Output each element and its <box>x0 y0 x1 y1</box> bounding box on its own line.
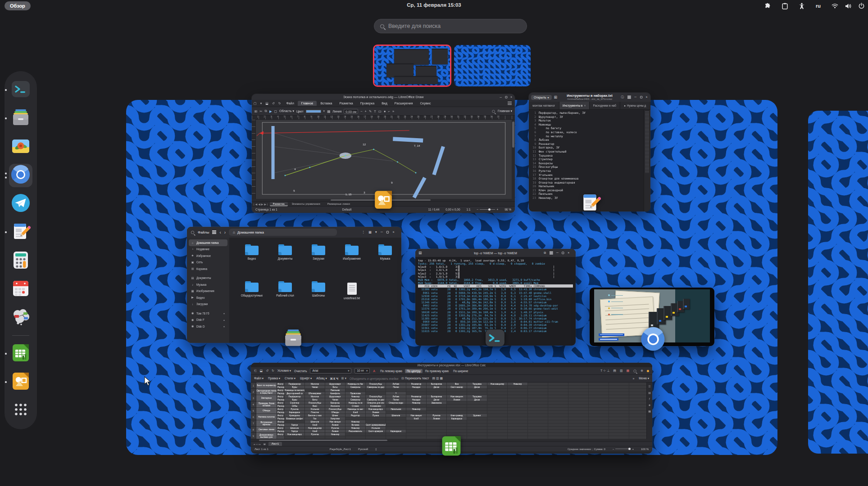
dock-item-calendar[interactable] <box>10 279 32 300</box>
draw-vertical-scrollbar[interactable] <box>512 120 515 199</box>
draw-menu-tab-Сервис[interactable]: Сервис <box>417 101 435 106</box>
status-area[interactable]: ru <box>764 0 864 12</box>
draw-menu-tab-Расширения[interactable]: Расширения <box>391 101 417 106</box>
find-icon[interactable] <box>633 369 636 372</box>
spreadsheet-row[interactable]: 7Встроенные карнизыИнструментШпателиНож … <box>251 420 646 427</box>
files-app-badge[interactable] <box>283 328 304 350</box>
dock-item-app-grid[interactable] <box>10 400 32 421</box>
new-icon[interactable]: ▢ <box>252 102 259 105</box>
font-color-icon[interactable]: А <box>373 369 375 373</box>
editor-window-controls[interactable]: ⓘ─× <box>618 96 650 99</box>
calc-app-badge[interactable] <box>440 435 463 459</box>
draw-layer-tab[interactable]: Разметка <box>270 202 288 206</box>
clipboard-icon[interactable] <box>782 3 788 9</box>
overview-button[interactable]: Обзор <box>5 1 31 10</box>
files-item-folder[interactable]: Общедоступные <box>236 283 268 297</box>
back-button[interactable]: ‹ <box>219 230 221 235</box>
edit-icon[interactable]: ✎ <box>369 109 372 113</box>
zoom-icon[interactable] <box>492 110 495 112</box>
more-icon[interactable]: » <box>392 109 394 113</box>
draw-window-controls[interactable]: ─× <box>497 95 515 98</box>
calc-zoom-percent[interactable]: 100 % <box>641 448 649 450</box>
editor-tab[interactable]: монтаж натяжног <box>529 102 559 109</box>
ellipse-icon[interactable]: ● <box>384 109 386 113</box>
zoom-slider[interactable]: −+ <box>477 208 499 211</box>
align-button[interactable]: По правому краю <box>423 369 450 373</box>
window-files[interactable]: Файлы ‹ › ⌂Домашняя папка ⋮▦▾─× ⌂Домашня… <box>187 227 401 343</box>
bold-italic-underline[interactable]: Ж К Ч <box>330 377 338 380</box>
draw-layer-tab[interactable]: Размерные линии <box>324 202 353 206</box>
spreadsheet-row[interactable]: 8Световые линииИнстрШпателиНож канцелярР… <box>251 427 646 433</box>
paste-icon[interactable]: ⊞ <box>254 109 257 113</box>
shape-icon[interactable]: ▭ <box>378 109 382 113</box>
undo-icon[interactable]: ↺ <box>270 102 277 105</box>
files-sidebar-item[interactable]: ▶Видео <box>189 294 227 301</box>
undo-icon[interactable]: ↺ <box>266 369 268 373</box>
conditions-dropdown[interactable]: Условия ▾ <box>277 369 291 373</box>
draw-menu-tab-Разметка[interactable]: Разметка <box>336 101 357 106</box>
text-editor-app-badge[interactable] <box>580 192 601 215</box>
save-icon[interactable]: ⬓ <box>260 369 263 373</box>
calc-zoom-slider[interactable]: −+ <box>613 448 634 450</box>
connector-icon[interactable]: ⌐ <box>388 109 390 113</box>
wrap-text-button[interactable]: ⊟ Переносить текст <box>401 377 429 380</box>
decrease-icon[interactable]: − <box>360 109 362 113</box>
select-icon[interactable]: ◻ <box>274 109 277 113</box>
chromium-app-badge[interactable] <box>641 327 666 354</box>
open-document-button[interactable]: Открыть▾ <box>531 95 552 100</box>
dock-item-text-editor[interactable] <box>10 221 32 243</box>
workspace-thumbnail-active[interactable] <box>373 45 451 87</box>
files-sidebar-item[interactable]: ↓Загрузки <box>189 301 227 308</box>
insert-col-icon[interactable]: ▥ <box>620 369 623 373</box>
editor-tab[interactable]: Расходники в наб <box>590 102 620 109</box>
eject-icon[interactable]: ▲ <box>223 312 225 315</box>
spreadsheet-row[interactable]: 5ОбводыИнстрРулеткаУгольникПлоскогубцыНо… <box>251 408 646 414</box>
merge-cells-button[interactable]: Объединить и центрировать ячейки <box>350 377 398 380</box>
dock-item-chromium[interactable] <box>10 165 32 186</box>
dock-item-libreoffice-calc[interactable] <box>10 343 32 364</box>
dock-item-planner[interactable] <box>10 307 32 328</box>
draw-menu-tab-Проверка[interactable]: Проверка <box>357 101 378 106</box>
spreadsheet-row[interactable]: 2Светодиодная лента в порщ багетИнстрНож… <box>251 389 646 395</box>
editor-minimap[interactable] <box>644 110 650 212</box>
dock-item-files[interactable] <box>10 108 32 129</box>
zoom-percent[interactable]: 96 % <box>504 208 511 211</box>
sort-icons[interactable]: Т ⊹ ⊥ <box>600 369 609 373</box>
draw-menu-tab-Вид[interactable]: Вид <box>378 101 391 106</box>
language[interactable]: Русский <box>358 448 368 450</box>
files-window-controls[interactable]: ⋮▦▾─× <box>359 230 398 234</box>
cut-icon[interactable]: ✂ <box>259 109 262 113</box>
sheet-tab[interactable]: Лист1 <box>268 442 282 446</box>
tab-close-icon[interactable]: × <box>584 104 586 107</box>
draw-canvas[interactable]: 4127, 149531, 15 <box>256 120 512 199</box>
new-tab-icon[interactable]: ⊞ <box>554 95 558 99</box>
calc-menu-Стили[interactable]: Стили ▾ <box>285 377 295 380</box>
spreadsheet-row[interactable]: 1Багет по периметруИнстрПерфораторМолото… <box>251 382 646 389</box>
files-item-folder[interactable]: Шаблоны <box>302 283 335 297</box>
spreadsheet-row[interactable]: 6Натяжка полотнаИнстрКрокодилыБаллон с г… <box>251 414 646 420</box>
style-indicator[interactable]: Default <box>342 208 352 211</box>
new-icon[interactable]: ⎗ <box>254 369 257 373</box>
files-item-folder[interactable]: Видео <box>236 246 268 260</box>
wifi-icon[interactable] <box>832 3 838 9</box>
extensions-icon[interactable] <box>764 3 771 9</box>
fill-color-swatch[interactable] <box>306 110 321 113</box>
menu-dropdown[interactable]: Меню ▾ <box>639 377 649 380</box>
align-button[interactable]: По левому краю <box>378 369 404 373</box>
scale-indicator[interactable]: 1:1 <box>467 208 471 211</box>
dock-item-calculator[interactable] <box>10 250 32 272</box>
dock-item-libreoffice-draw[interactable] <box>10 371 32 393</box>
breadcrumb[interactable]: ⌂Домашняя папка <box>229 229 337 236</box>
files-item-folder[interactable]: Загрузки <box>302 246 335 260</box>
files-item-folder[interactable]: Документы <box>269 246 301 260</box>
calc-menu-Шрифт[interactable]: Шрифт ▾ <box>300 377 312 380</box>
search-input[interactable]: Введите для поиска <box>374 19 527 33</box>
insert-row-icon[interactable]: ▤ <box>613 369 616 373</box>
redo-icon[interactable]: ↻ <box>277 102 283 105</box>
clear-button[interactable]: Очистить <box>294 369 307 373</box>
row-icons[interactable]: ▤ ▥ ▦ <box>432 377 443 380</box>
dock-item-telegram[interactable] <box>10 193 32 215</box>
add-icon[interactable]: ⊕ <box>641 369 643 373</box>
copy-icon[interactable]: ⧉ <box>265 109 267 113</box>
terminal-new-tab-icon[interactable]: ⊞ <box>418 251 422 255</box>
